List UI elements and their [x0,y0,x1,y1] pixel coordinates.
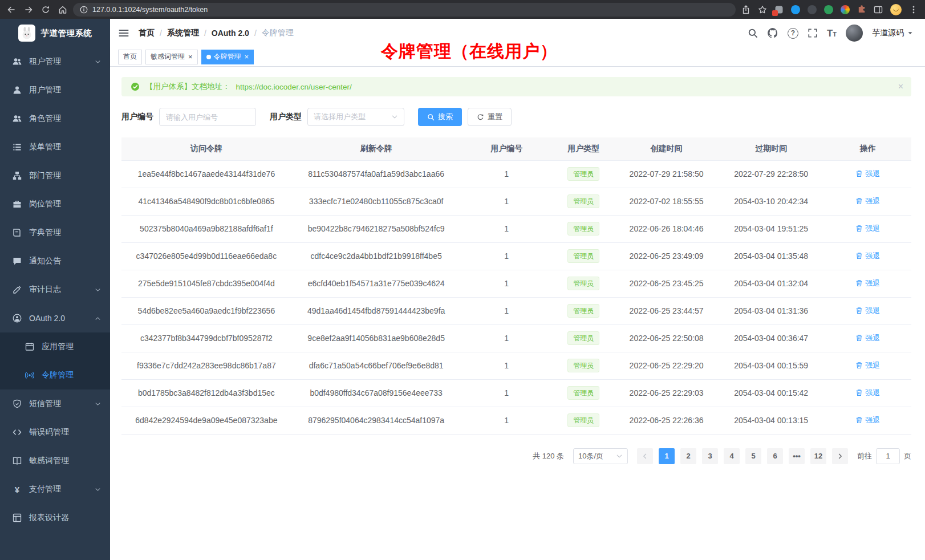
sidebar-item-dict[interactable]: 字典管理 [0,218,110,247]
table-row: 41c41346a548490f9dc8b01c6bfe0865333ecfc7… [121,188,911,215]
page-button-5[interactable]: 5 [745,448,761,464]
sidebar-item-report-designer[interactable]: 报表设计器 [0,504,110,532]
sidebar-item-notice[interactable]: 通知公告 [0,247,110,275]
fullscreen-icon[interactable] [808,28,818,38]
column-header-expire-time: 过期时间 [718,137,825,160]
forward-icon[interactable] [24,5,33,14]
user-type-select[interactable]: 请选择用户类型 [307,108,404,126]
page-button-12[interactable]: 12 [810,448,826,464]
share-icon[interactable] [741,5,750,14]
page-button-2[interactable]: 2 [680,448,696,464]
action-cell: 强退 [825,407,911,434]
sidebar-item-error-code[interactable]: 错误码管理 [0,418,110,447]
home-icon[interactable] [58,5,67,14]
force-logout-button[interactable]: 强退 [855,251,880,261]
page-button-6[interactable]: 6 [767,448,783,464]
browser-address-bar[interactable]: 127.0.0.1:1024/system/oauth2/token [73,3,736,17]
sidebar-item-sms[interactable]: 短信管理 [0,389,110,418]
force-logout-button[interactable]: 强退 [855,415,880,425]
next-page-button[interactable] [832,448,848,464]
search-icon[interactable] [748,28,758,38]
help-icon[interactable]: ? [788,28,798,39]
browser-menu-icon[interactable] [909,5,918,14]
user-avatar[interactable] [846,25,863,42]
force-logout-button[interactable]: 强退 [855,388,880,398]
reload-icon[interactable] [41,5,50,14]
user-type-badge: 管理员 [567,249,599,263]
force-logout-label: 强退 [865,169,880,179]
sidebar-item-label: OAuth 2.0 [29,314,65,323]
extension-badged-icon[interactable] [774,5,784,14]
alert-close-icon[interactable]: × [898,82,903,91]
user-id-input[interactable] [159,108,256,126]
page-size-select[interactable]: 10条/页 [573,448,628,464]
extension-blue-icon[interactable] [791,5,800,14]
force-logout-button[interactable]: 强退 [855,360,880,371]
app-logo[interactable]: 芋道管理系统 [0,19,110,47]
alert-link[interactable]: https://doc.iocoder.cn/user-center/ [236,83,352,91]
user-id-cell: 1 [461,324,552,352]
sidebar-item-sensitive-word[interactable]: 敏感词管理 [0,447,110,475]
sidebar-item-user[interactable]: 用户管理 [0,76,110,104]
prev-page-button[interactable] [637,448,653,464]
close-tab-icon[interactable]: × [188,53,193,60]
force-logout-button[interactable]: 强退 [855,224,880,234]
site-info-icon[interactable] [80,6,88,14]
trash-icon [855,170,863,177]
close-tab-icon[interactable]: × [245,53,249,60]
page-button-1[interactable]: 1 [659,448,675,464]
force-logout-button[interactable]: 强退 [855,333,880,343]
trash-icon [855,307,863,314]
sidebar-item-dept[interactable]: 部门管理 [0,161,110,190]
search-button[interactable]: 搜索 [418,108,462,126]
extension-badge [772,10,778,16]
breadcrumb-item[interactable]: 系统管理 [167,28,199,38]
sidebar-item-oauth2[interactable]: OAuth 2.0 [0,304,110,332]
force-logout-button[interactable]: 强退 [855,278,880,289]
reset-button[interactable]: 重置 [468,108,512,126]
page-button-3[interactable]: 3 [702,448,718,464]
browser-profile-avatar[interactable] [890,4,902,15]
user-menu[interactable]: 芋道源码 [872,28,914,38]
force-logout-button[interactable]: 强退 [855,306,880,316]
extension-colorful-icon[interactable] [841,5,850,14]
sidebar-item-audit-log[interactable]: 审计日志 [0,275,110,304]
sidebar-item-post[interactable]: 岗位管理 [0,190,110,218]
force-logout-button[interactable]: 强退 [855,169,880,179]
trash-icon [855,279,863,287]
goto-page-input[interactable] [876,448,900,464]
extension-dark-icon[interactable] [808,5,817,14]
github-icon[interactable] [767,27,778,39]
font-size-icon[interactable]: TT [827,29,837,38]
expire-time-cell: 2054-03-04 00:13:15 [718,407,825,434]
sidebar-item-role[interactable]: 角色管理 [0,104,110,133]
sidebar-item-menu[interactable]: 菜单管理 [0,133,110,161]
sidebar-item-oauth2-app[interactable]: 应用管理 [0,332,110,361]
breadcrumb-separator: / [204,29,206,38]
user-id-cell: 1 [461,352,552,379]
star-icon[interactable] [758,5,767,14]
create-time-cell: 2022-06-25 23:44:57 [615,297,718,324]
sidebar-toggle-icon[interactable] [118,27,129,39]
extensions-puzzle-icon[interactable] [857,5,866,14]
back-icon[interactable] [7,5,16,14]
sidebar-menu: 租户管理用户管理角色管理菜单管理部门管理岗位管理字典管理通知公告审计日志OAut… [0,47,110,532]
sidebar-item-pay[interactable]: ¥支付管理 [0,475,110,504]
force-logout-button[interactable]: 强退 [855,196,880,206]
extension-green-icon[interactable] [824,5,833,14]
active-tab-dot [206,55,211,59]
breadcrumb-item[interactable]: OAuth 2.0 [212,29,249,38]
split-view-icon[interactable] [874,5,883,14]
more-pages-button[interactable]: ••• [789,448,805,464]
page-button-4[interactable]: 4 [724,448,740,464]
refresh-token-cell: b0df4980ffd34c67a08f9156e4eee733 [291,379,461,407]
tab-home[interactable]: 首页 [118,50,142,64]
tab-token[interactable]: 令牌管理× [201,50,254,64]
tab-sensitive-word[interactable]: 敏感词管理× [145,50,198,64]
refresh-token-cell: 333ecfc71e02480cb11055c875c3ca0f [291,188,461,215]
caret-down-icon [907,30,914,36]
breadcrumb-item[interactable]: 首页 [139,28,155,38]
sidebar-item-tenant[interactable]: 租户管理 [0,47,110,76]
create-time-cell: 2022-06-25 22:50:08 [615,324,718,352]
sidebar-item-oauth2-token[interactable]: 令牌管理 [0,361,110,389]
